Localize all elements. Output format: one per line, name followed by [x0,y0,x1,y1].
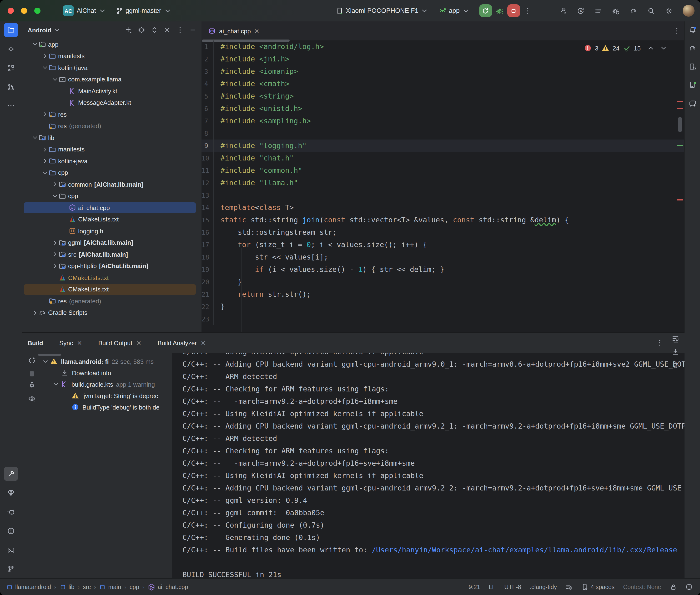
code-line-16[interactable]: 16 std::ostringstream str; [201,226,684,238]
tool-strip-app-quality-insights[interactable] [4,486,18,500]
build-filter-icon[interactable] [28,395,36,404]
tool-strip-project[interactable] [4,23,18,37]
tool-strip-more[interactable] [4,98,18,113]
project-selector[interactable]: AiChat [77,7,106,15]
rerun-button[interactable] [479,4,492,17]
error-stripe-mark[interactable] [677,108,683,109]
tree-item-kotlin-java[interactable]: kotlin+java [22,62,201,74]
tree-item-cmakelists-txt[interactable]: CMakeLists.txt [22,214,201,225]
project-panel-collapse-all-icon[interactable] [163,26,171,34]
next-problem-icon[interactable] [660,44,667,52]
status-widget-utf-8[interactable]: UTF-8 [504,584,521,590]
status-widget[interactable] [565,583,572,591]
tool-strip-version-control[interactable] [4,562,18,576]
tool-strip-commit[interactable] [4,42,18,56]
code-line-17[interactable]: 17 for (size_t i = 0; i < values.size();… [201,238,684,251]
tree-item-res[interactable]: res(generated) [22,120,201,132]
tree-item-cmakelists-txt[interactable]: CMakeLists.txt [22,284,201,295]
settings-icon[interactable] [665,7,673,15]
console-soft-wrap-icon[interactable] [672,335,679,342]
tree-item-cpp-httplib[interactable]: cpp-httplib[AiChat.lib.main] [22,260,201,272]
console-link[interactable]: /Users/hanyin/Workspace/ai-chat/examples… [372,546,677,554]
build-tab-build-output[interactable]: Build Output✕ [99,339,141,346]
tree-item-ai-chat-cpp[interactable]: C+ai_chat.cpp [22,202,201,214]
breadcrumb-item[interactable]: C+ai_chat.cpp [148,583,188,591]
debug-button[interactable] [496,7,504,15]
build-tree-item[interactable]: BuildType 'debug' is both de [42,401,172,413]
code-line-19[interactable]: 19 if (i < values.size() - 1) { str << d… [201,263,684,276]
tree-item-manifests[interactable]: manifests [22,50,201,62]
project-panel-expand-all-icon[interactable] [150,26,158,34]
breadcrumb-item[interactable]: cpp [130,584,139,590]
code-line-14[interactable]: 14template<class T> [201,201,684,214]
editor-tab-ai-chat-cpp[interactable]: C+ ai_chat.cpp ✕ [201,22,265,40]
tree-item-cmakelists-txt[interactable]: CMakeLists.txt [22,272,201,284]
tool-strip-pull-requests[interactable] [4,80,18,94]
tool-strip-gemini[interactable] [685,96,700,111]
more-run-options-button[interactable] [524,7,532,15]
tool-strip-gradle[interactable] [685,41,700,55]
previous-problem-icon[interactable] [647,44,654,52]
build-console[interactable]: C/C++: -- Using KleidiAI optimized kerne… [172,353,684,579]
tree-item-manifests[interactable]: manifests [22,144,201,155]
tool-strip-notifications[interactable] [685,23,700,37]
tree-item-cpp[interactable]: cpp [22,167,201,178]
tool-strip-structure[interactable] [4,61,18,75]
code-line-23[interactable]: 23 [201,313,684,325]
status-widget-4-spaces[interactable]: 4 spaces [581,583,615,591]
code-line-20[interactable]: 20 } [201,276,684,288]
project-view-selector[interactable]: Android [28,26,61,34]
tool-strip-device-manager[interactable] [685,59,700,74]
search-icon[interactable] [647,7,655,15]
code-line-3[interactable]: 3#include <iomanip> [201,65,684,78]
build-sync-icon[interactable] [28,357,36,366]
build-tab-build-analyzer[interactable]: Build Analyzer✕ [158,339,206,346]
build-tab-sync[interactable]: Sync✕ [59,339,82,346]
code-line-2[interactable]: 2#include <jni.h> [201,53,684,65]
code-line-18[interactable]: 18 str << values[i]; [201,251,684,263]
build-tree-item[interactable]: 'jvmTarget: String' is deprec [42,390,172,401]
breadcrumb-item[interactable]: main [99,584,121,590]
tree-item-ggml[interactable]: ggml[AiChat.lib.main] [22,237,201,249]
build-tree-item[interactable]: build.gradle.ktsapp 1 warning [42,378,172,390]
tree-item-gradle-scripts[interactable]: Gradle Scripts [22,307,201,318]
tool-strip-running-devices[interactable] [685,78,700,92]
code-line-12[interactable]: 12#include "llama.h" [201,177,684,189]
tree-item-kotlin-java[interactable]: kotlin+java [22,155,201,167]
status-widget[interactable] [670,583,677,591]
tool-strip-build[interactable] [4,467,18,481]
code-line-8[interactable]: 8 [201,127,684,140]
stop-button[interactable] [507,4,520,17]
code-line-21[interactable]: 21 return str.str(); [201,288,684,301]
code-line-7[interactable]: 7#include <sampling.h> [201,115,684,127]
project-panel-hide-icon[interactable] [189,26,197,34]
breadcrumb-item[interactable]: src [83,584,91,590]
error-stripe-mark[interactable] [677,199,683,200]
tool-strip-problems[interactable] [4,524,18,538]
ai-rotate-icon[interactable]: A [577,7,585,15]
close-window-button[interactable] [8,8,14,14]
close-tab-icon[interactable]: ✕ [77,339,82,346]
build-pin-icon[interactable] [28,381,36,391]
console-scroll-end-icon[interactable] [672,348,679,356]
tree-item-app[interactable]: app [22,38,201,50]
close-tab-icon[interactable]: ✕ [254,27,259,34]
tree-item-com-example-llama[interactable]: com.example.llama [22,74,201,85]
tree-item-cpp[interactable]: cpp [22,190,201,202]
breadcrumb-item[interactable]: llama.android [6,584,51,590]
project-panel-options-icon[interactable] [176,26,184,34]
code-line-15[interactable]: 15static std::string join(const std::vec… [201,214,684,226]
tool-strip-profiler[interactable] [4,505,18,519]
code-line-4[interactable]: 4#include <cmath> [201,78,684,90]
tree-item-res[interactable]: res(generated) [22,295,201,307]
status-widget-context-none[interactable]: Context: None [623,584,661,590]
code-line-5[interactable]: 5#include <string> [201,90,684,103]
code-line-10[interactable]: 10#include "chat.h" [201,152,684,164]
tree-item-mainactivity-kt[interactable]: MainActivity.kt [22,85,201,97]
gradle-sync-icon[interactable] [630,7,637,15]
tree-item-messageadapter-kt[interactable]: MessageAdapter.kt [22,97,201,109]
tool-strip-terminal[interactable] [4,543,18,558]
console-clear-icon[interactable] [672,362,679,369]
status-widget-lf[interactable]: LF [489,584,496,590]
tree-item-lib[interactable]: lib [22,132,201,144]
